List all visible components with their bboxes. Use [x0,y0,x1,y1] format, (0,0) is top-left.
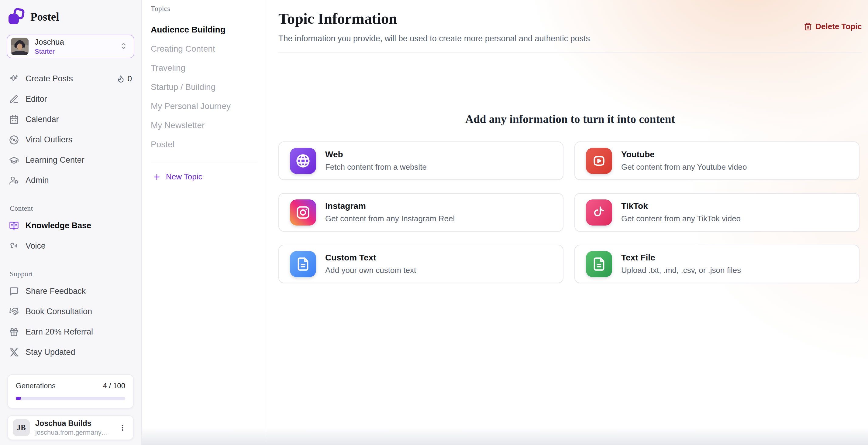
generations-progressbar [16,397,125,400]
sidebar: Postel Joschua Starter [0,0,142,445]
plus-icon [153,173,161,181]
sidebar-item-viral-outliers[interactable]: Viral Outliers [7,130,134,150]
source-description: Get content from any Youtube video [621,162,747,172]
topic-label: Startup / Building [151,82,215,92]
source-title: Youtube [621,150,747,159]
topic-item-my-personal-journey[interactable]: My Personal Journey [151,97,256,116]
user-card[interactable]: JB Joschua Builds joschua.from.germany@g… [7,415,134,440]
file-text-icon [290,251,316,277]
source-title: Instagram [325,201,455,211]
user-email: joschua.from.germany@g... [35,429,111,437]
source-card-tiktok[interactable]: TikTokGet content from any TikTok video [575,193,860,232]
topics-title: Topics [151,5,256,13]
app-logo[interactable]: Postel [7,8,134,26]
sidebar-spacer [7,363,134,374]
source-text: TikTokGet content from any TikTok video [621,201,741,224]
file-text-icon [586,251,612,277]
sidebar-item-label: Editor [26,94,47,104]
sidebar-item-label: Learning Center [26,156,85,165]
sidebar-nav: Create Posts0EditorCalendarViral Outlier… [7,69,134,191]
user-menu-button[interactable] [117,422,128,434]
generations-count: 4 / 100 [103,382,125,390]
sidebar-item-learning-center[interactable]: Learning Center [7,150,134,170]
new-topic-button[interactable]: New Topic [151,169,204,184]
sidebar-item-earn-20-referral[interactable]: Earn 20% Referral [7,322,134,342]
topic-item-audience-building[interactable]: Audience Building [151,20,256,39]
sparkles-icon [9,74,19,84]
section-label-support: Support [10,270,134,278]
source-card-text-file[interactable]: Text FileUpload .txt, .md, .csv, or .jso… [575,245,860,283]
generations-progress-fill [16,397,21,400]
source-description: Get content from any Instagram Reel [325,214,455,224]
instagram-icon [290,199,316,226]
topic-label: Traveling [151,63,185,73]
topic-item-startup-building[interactable]: Startup / Building [151,77,256,97]
topics-list: Audience BuildingCreating ContentTraveli… [151,20,256,154]
sidebar-item-label: Book Consultation [26,307,92,316]
source-description: Fetch content from a website [325,162,427,172]
chevrons-up-down-icon [119,42,128,51]
topic-item-traveling[interactable]: Traveling [151,58,256,77]
calendar-icon [9,115,19,125]
sidebar-item-admin[interactable]: Admin [7,170,134,191]
delete-topic-button[interactable]: Delete Topic [804,22,862,31]
topics-divider [151,162,256,162]
source-text: Text FileUpload .txt, .md, .csv, or .jso… [621,253,741,275]
flame-icon [117,75,125,83]
sidebar-item-editor[interactable]: Editor [7,89,134,109]
page-title: Topic Information [278,10,590,27]
sidebar-item-knowledge-base[interactable]: Knowledge Base [7,215,134,236]
new-topic-label: New Topic [166,172,202,181]
book-open-icon [9,221,19,231]
topic-item-creating-content[interactable]: Creating Content [151,39,256,58]
header-divider [278,53,862,53]
sidebar-item-label: Calendar [26,115,59,124]
handshake-icon [9,307,19,317]
account-name: Joschua [35,37,113,47]
sidebar-item-label: Voice [26,241,45,251]
delete-topic-label: Delete Topic [815,22,862,31]
trash-icon [804,23,812,31]
sidebar-item-share-feedback[interactable]: Share Feedback [7,281,134,301]
message-square-icon [9,286,19,296]
sources-grid: WebFetch content from a websiteYoutubeGe… [278,141,862,283]
sidebar-item-stay-updated[interactable]: Stay Updated [7,342,134,363]
pencil-icon [9,94,19,104]
sidebar-item-book-consultation[interactable]: Book Consultation [7,301,134,322]
topic-label: Audience Building [151,25,225,35]
topic-label: Postel [151,140,175,149]
topic-label: My Personal Journey [151,101,231,111]
main-panel: Topic Information The information you pr… [266,0,868,445]
topic-label: Creating Content [151,44,215,54]
source-text: YoutubeGet content from any Youtube vide… [621,150,747,172]
sidebar-item-label: Earn 20% Referral [26,327,93,337]
source-card-instagram[interactable]: InstagramGet content from any Instagram … [278,193,563,232]
topic-item-my-newsletter[interactable]: My Newsletter [151,116,256,135]
source-description: Get content from any TikTok video [621,214,741,224]
user-name: Joschua Builds [35,419,111,428]
generations-card: Generations 4 / 100 [7,374,134,409]
source-description: Add your own custom text [325,266,416,275]
sidebar-item-calendar[interactable]: Calendar [7,109,134,130]
sidebar-item-voice[interactable]: Voice [7,236,134,256]
sidebar-item-label: Create Posts [26,74,73,83]
tiktok-icon [586,199,612,226]
section-label-content: Content [10,205,134,212]
credits-count: 0 [128,74,132,83]
topic-item-postel[interactable]: Postel [151,135,256,154]
credits-badge: 0 [117,74,132,83]
user-gear-icon [9,176,19,185]
account-switcher[interactable]: Joschua Starter [7,35,134,58]
x-logo-icon [9,348,19,357]
app-root: Postel Joschua Starter [0,0,868,445]
source-text: WebFetch content from a website [325,150,427,172]
page-subtitle: The information you provide, will be use… [278,34,590,43]
sidebar-item-label: Stay Updated [26,348,75,357]
source-card-custom-text[interactable]: Custom TextAdd your own custom text [278,245,563,283]
generations-label: Generations [16,382,56,390]
source-card-web[interactable]: WebFetch content from a website [278,141,563,180]
section-heading: Add any information to turn it into cont… [278,113,862,126]
topic-label: My Newsletter [151,121,205,130]
sidebar-item-create-posts[interactable]: Create Posts0 [7,69,134,89]
source-card-youtube[interactable]: YoutubeGet content from any Youtube vide… [575,141,860,180]
